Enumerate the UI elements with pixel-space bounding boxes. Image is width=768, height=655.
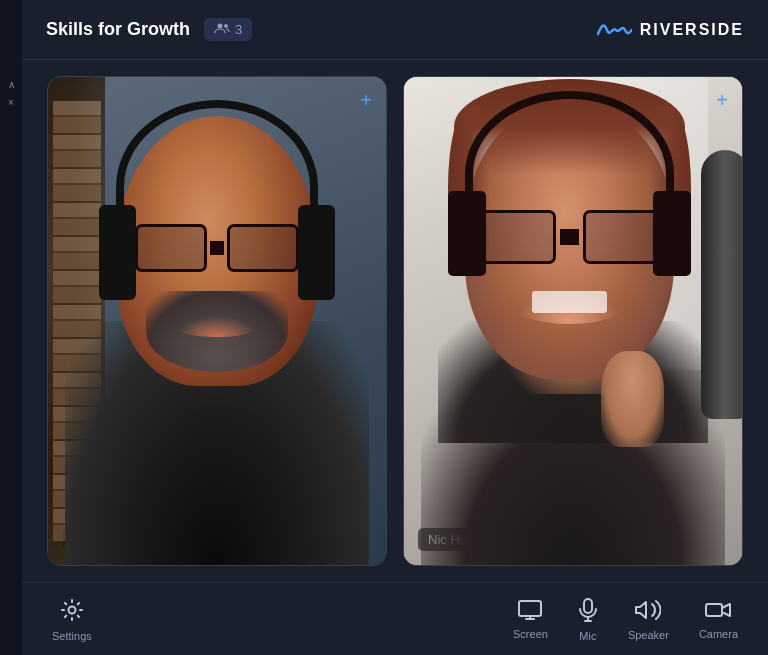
sidebar-arrow-down[interactable]: × — [8, 98, 14, 108]
video-card-andy: + Andy Hall — [47, 76, 387, 566]
bottom-bar: Settings Screen — [22, 582, 768, 655]
svg-rect-5 — [706, 604, 722, 616]
camera-icon — [705, 600, 731, 624]
header-logo: RIVERSIDE — [596, 20, 744, 40]
screen-label: Screen — [513, 628, 548, 640]
video-feed-andy — [48, 77, 386, 565]
svg-rect-4 — [584, 599, 592, 613]
mic-button[interactable]: Mic — [578, 598, 598, 642]
speaker-icon — [635, 599, 661, 625]
settings-label: Settings — [52, 630, 92, 642]
camera-button[interactable]: Camera — [699, 600, 738, 640]
bottom-right-controls: Screen Mic — [513, 598, 738, 642]
camera-label: Camera — [699, 628, 738, 640]
main-content: Skills for Growth 3 RIVERSIDE — [22, 0, 768, 655]
settings-icon — [60, 598, 84, 626]
participants-badge[interactable]: 3 — [204, 18, 252, 41]
svg-point-2 — [68, 607, 75, 614]
header: Skills for Growth 3 RIVERSIDE — [22, 0, 768, 60]
video-card-nic: + Nic Hutchins — [403, 76, 743, 566]
mic-icon — [578, 598, 598, 626]
riverside-logo-wave — [596, 20, 632, 40]
add-btn-nic[interactable]: + — [716, 89, 728, 112]
screen-icon — [518, 600, 542, 624]
svg-point-1 — [224, 24, 228, 28]
speaker-button[interactable]: Speaker — [628, 599, 669, 641]
sidebar: ∧ × — [0, 0, 22, 655]
riverside-logo-text: RIVERSIDE — [640, 21, 744, 39]
video-feed-nic — [404, 77, 742, 565]
sidebar-arrow-up[interactable]: ∧ — [8, 80, 15, 90]
header-left: Skills for Growth 3 — [46, 18, 252, 41]
add-btn-andy[interactable]: + — [360, 89, 372, 112]
screen-button[interactable]: Screen — [513, 600, 548, 640]
participant-count: 3 — [235, 22, 242, 37]
mic-label: Mic — [579, 630, 596, 642]
video-area: + Andy Hall — [22, 60, 768, 582]
settings-button[interactable]: Settings — [52, 598, 92, 642]
speaker-label: Speaker — [628, 629, 669, 641]
svg-point-0 — [218, 24, 223, 29]
participants-icon — [214, 22, 230, 37]
session-title: Skills for Growth — [46, 19, 190, 40]
svg-rect-3 — [519, 601, 541, 616]
